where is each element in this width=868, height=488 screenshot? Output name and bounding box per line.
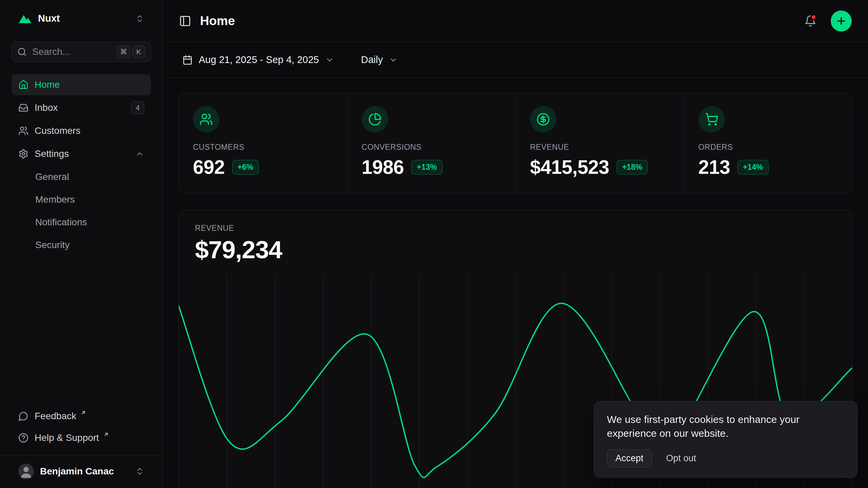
sidebar-item-label: Home [35, 79, 60, 90]
stat-label: REVENUE [530, 143, 670, 152]
external-link-icon [80, 410, 86, 416]
chevron-up-icon [135, 149, 144, 158]
search-icon [17, 47, 27, 57]
workspace-name: Nuxt [38, 13, 60, 24]
users-icon [193, 106, 219, 133]
users-icon [18, 126, 28, 136]
home-icon [18, 80, 28, 90]
filter-toolbar: Aug 21, 2025 - Sep 4, 2025 Daily [163, 42, 868, 78]
stats-card: CUSTOMERS 692 +6% CONVERSIONS 1986 +13% [178, 93, 852, 194]
sidebar-item-label: Inbox [35, 102, 58, 113]
sidebar-nav: Home Inbox 4 Customers Settings General … [12, 74, 151, 255]
sidebar-item-label: Settings [35, 148, 69, 159]
chevron-down-icon [389, 56, 398, 64]
stat-card-orders[interactable]: ORDERS 213 +14% [684, 93, 852, 193]
circle-dollar-icon [530, 106, 556, 133]
user-name: Benjamin Canac [40, 466, 114, 477]
calendar-icon [182, 55, 193, 65]
notification-dot [810, 14, 817, 20]
granularity-select[interactable]: Daily [357, 51, 402, 69]
stat-label: ORDERS [698, 143, 838, 152]
kbd-meta: ⌘ [117, 45, 130, 58]
sidebar-item-label: Customers [35, 125, 80, 136]
search-shortcut: ⌘ K [117, 45, 145, 58]
cookie-actions: Accept Opt out [607, 449, 844, 467]
sidebar-subitem-members[interactable]: Members [12, 189, 151, 210]
help-circle-icon [18, 433, 28, 443]
sidebar-toggle-button[interactable] [179, 15, 191, 27]
sidebar-subitem-notifications[interactable]: Notifications [12, 212, 151, 232]
feedback-link[interactable]: Feedback [12, 406, 151, 426]
date-range-label: Aug 21, 2025 - Sep 4, 2025 [199, 54, 319, 65]
workspace-switcher[interactable]: Nuxt [12, 9, 151, 27]
stat-value: $415,523 [530, 156, 609, 178]
page-header: Home [163, 0, 868, 42]
search-field[interactable] [32, 46, 112, 57]
stat-label: CUSTOMERS [193, 143, 333, 152]
stat-label: CONVERSIONS [362, 143, 501, 152]
pie-chart-icon [362, 106, 388, 133]
notifications-button[interactable] [804, 15, 816, 27]
stat-card-revenue[interactable]: REVENUE $415,523 +18% [515, 93, 684, 193]
sidebar-item-customers[interactable]: Customers [12, 120, 151, 141]
footer-link-label: Feedback [35, 411, 76, 422]
inbox-icon [18, 103, 28, 113]
stat-delta-badge: +13% [411, 160, 442, 175]
gear-icon [18, 149, 28, 159]
chevrons-up-down-icon [135, 14, 144, 23]
revenue-card-header: REVENUE $79,234 [179, 210, 852, 264]
cookie-banner: We use first-party cookies to enhance yo… [594, 401, 857, 478]
chat-bubble-icon [18, 411, 28, 421]
external-link-icon [103, 431, 109, 438]
stat-value: 213 [698, 156, 730, 178]
user-section: Benjamin Canac [0, 455, 162, 488]
header-actions [804, 11, 852, 32]
cookie-message: We use first-party cookies to enhance yo… [607, 413, 844, 441]
sidebar-subitem-general[interactable]: General [12, 166, 151, 187]
shopping-cart-icon [698, 106, 725, 133]
sidebar-spacer [12, 255, 151, 406]
footer-link-label: Help & Support [35, 432, 99, 443]
sidebar: Nuxt ⌘ K Home Inbox 4 [0, 0, 163, 488]
help-support-link[interactable]: Help & Support [12, 428, 151, 448]
chevrons-up-down-icon [135, 467, 144, 476]
stat-delta-badge: +18% [617, 160, 648, 175]
page-title: Home [200, 14, 235, 28]
granularity-label: Daily [361, 54, 383, 65]
revenue-label: REVENUE [195, 224, 836, 233]
stat-delta-badge: +6% [232, 160, 259, 175]
accept-button[interactable]: Accept [607, 449, 652, 467]
stat-value: 1986 [362, 156, 404, 178]
nuxt-logo-icon [18, 14, 32, 23]
stat-card-customers[interactable]: CUSTOMERS 692 +6% [179, 93, 347, 193]
chevron-down-icon [325, 56, 334, 64]
sidebar-item-home[interactable]: Home [12, 74, 151, 95]
sidebar-item-settings[interactable]: Settings [12, 143, 151, 164]
opt-out-button[interactable]: Opt out [666, 453, 696, 464]
kbd-k: K [132, 45, 145, 58]
stat-value: 692 [193, 156, 225, 178]
user-menu[interactable]: Benjamin Canac [12, 461, 151, 482]
inbox-count-badge: 4 [131, 101, 144, 114]
stat-card-conversions[interactable]: CONVERSIONS 1986 +13% [347, 93, 516, 193]
date-range-picker[interactable]: Aug 21, 2025 - Sep 4, 2025 [178, 51, 338, 69]
stat-delta-badge: +14% [737, 160, 768, 175]
search-input[interactable]: ⌘ K [12, 42, 151, 62]
avatar [18, 464, 34, 479]
new-item-button[interactable] [831, 11, 852, 32]
revenue-value: $79,234 [195, 236, 836, 264]
sidebar-footer: Feedback Help & Support [12, 406, 151, 455]
sidebar-subitem-security[interactable]: Security [12, 235, 151, 255]
sidebar-item-inbox[interactable]: Inbox 4 [12, 97, 151, 118]
